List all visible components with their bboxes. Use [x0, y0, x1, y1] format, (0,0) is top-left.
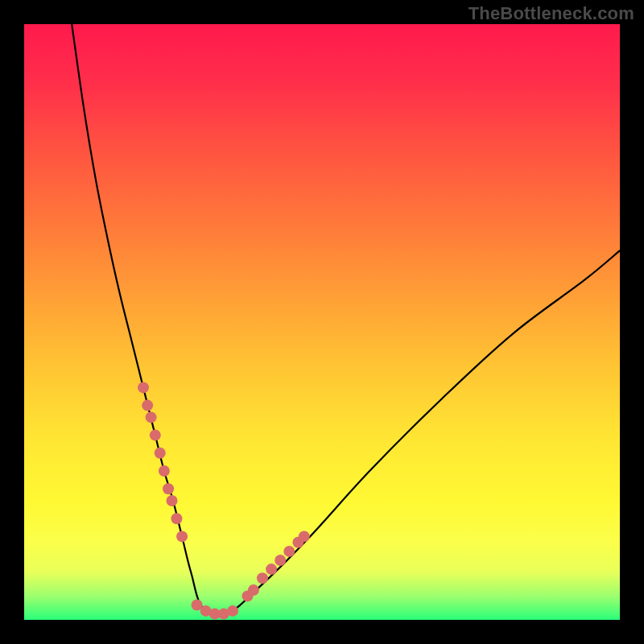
- chart-frame: TheBottleneck.com: [0, 0, 644, 644]
- plot-background: [24, 24, 620, 620]
- watermark-text: TheBottleneck.com: [469, 3, 634, 24]
